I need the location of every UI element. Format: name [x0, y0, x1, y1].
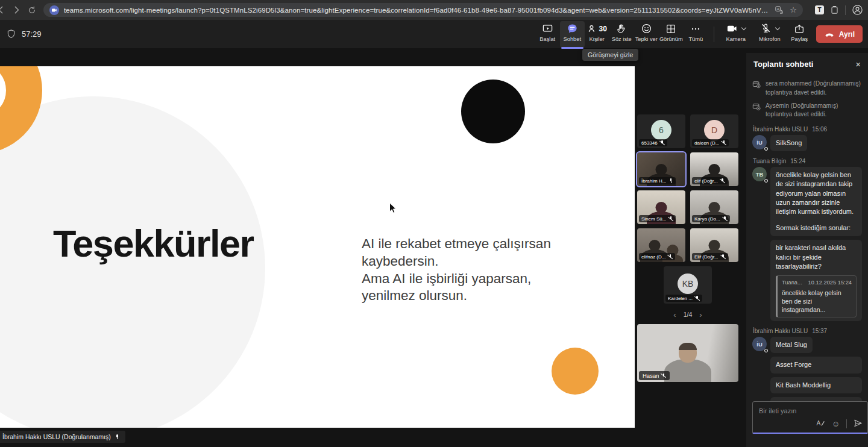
- participant-tile[interactable]: Sinem Sü...: [637, 190, 685, 224]
- chat-message: İU SilkSong: [752, 135, 862, 151]
- reload-icon[interactable]: [24, 5, 40, 15]
- chat-message: bir karakteri nasıl akılda kalıcı bir şe…: [770, 240, 862, 321]
- meeting-timer: 57:29: [0, 29, 42, 39]
- close-icon[interactable]: ×: [855, 60, 861, 69]
- presence-dot: [764, 179, 768, 183]
- mic-muted-icon: [661, 373, 666, 378]
- camera-button[interactable]: Kamera: [720, 21, 752, 48]
- calendar-add-icon: [752, 102, 761, 111]
- slide-black-circle: [461, 80, 525, 143]
- chat-button[interactable]: Sohbet: [560, 21, 585, 48]
- bookmark-star-icon[interactable]: ☆: [790, 5, 797, 14]
- slide-orange-circle: [552, 348, 599, 395]
- tooltip: Görüşmeyi gizle: [582, 49, 638, 61]
- send-icon[interactable]: [854, 419, 863, 429]
- toolbar-divider: [714, 27, 714, 42]
- raised-hand-icon: [616, 23, 627, 35]
- camera-options-chevron[interactable]: [741, 25, 746, 30]
- spotlight-tile[interactable]: Hasan: [637, 324, 738, 382]
- forward-icon[interactable]: [8, 5, 24, 15]
- mic-muted-icon: [668, 216, 673, 222]
- start-presenting-button[interactable]: Başlat: [535, 21, 560, 48]
- smiley-icon: [641, 23, 652, 35]
- input-divider: [846, 419, 847, 428]
- message-author-label: İbrahim Hakkı USLU15:06: [753, 126, 862, 133]
- chat-input-box[interactable]: A ☺: [752, 401, 868, 434]
- avatar: İU: [752, 337, 767, 351]
- chat-input[interactable]: [753, 402, 867, 414]
- translate-icon[interactable]: A: [775, 5, 784, 14]
- mic-button[interactable]: Mikrofon: [752, 21, 787, 48]
- pagination-prev-icon[interactable]: ‹: [673, 310, 676, 319]
- extension-t-icon[interactable]: T: [815, 5, 824, 14]
- pagination-next-icon[interactable]: ›: [699, 310, 702, 319]
- extension-clipboard-icon[interactable]: [830, 5, 839, 14]
- timer-text: 57:29: [22, 30, 42, 39]
- mic-muted-icon: [694, 296, 700, 301]
- url-text: teams.microsoft.com/light-meetings/launc…: [64, 7, 769, 14]
- participant-tile[interactable]: Elif (Doğr...: [690, 228, 738, 262]
- chat-message: TB öncelikle kolay gelsin ben de sizi in…: [752, 167, 862, 236]
- presenter-name-label: İbrahim Hakkı USLU (Doğrulanmamış): [0, 431, 125, 443]
- share-button[interactable]: Paylaş: [787, 21, 812, 48]
- mic-on-icon: [115, 434, 120, 440]
- avatar: İU: [752, 135, 767, 149]
- participant-tile[interactable]: elifnaz (D...: [637, 228, 685, 262]
- browser-toolbar: teams.microsoft.com/light-meetings/launc…: [0, 0, 868, 20]
- share-arrow-icon: [794, 23, 805, 35]
- mic-on-icon: [668, 178, 673, 184]
- video-silhouette: [664, 359, 711, 382]
- emoji-icon[interactable]: ☺: [832, 419, 840, 428]
- view-button[interactable]: Görünüm: [659, 21, 684, 48]
- people-icon: 30: [587, 23, 607, 35]
- system-event: sera mohammed (Doğrulanmamış) toplantıya…: [752, 80, 862, 98]
- teams-favicon-icon: [49, 5, 59, 15]
- message-author-label: Tuana Bilgin15:24: [753, 158, 862, 164]
- participant-tile[interactable]: elif (Doğr...: [690, 152, 738, 186]
- toolbar-divider: [845, 5, 846, 15]
- people-button[interactable]: 30 Kişiler: [585, 21, 609, 48]
- chat-message: Clip Studio Paint: [770, 397, 862, 401]
- mic-muted-icon: [720, 254, 726, 260]
- message-author-label: İbrahim Hakkı USLU15:37: [753, 328, 862, 334]
- address-bar[interactable]: teams.microsoft.com/light-meetings/launc…: [43, 3, 803, 17]
- format-icon[interactable]: A: [816, 419, 825, 429]
- mic-options-chevron[interactable]: [775, 25, 780, 30]
- chat-bubble-icon: [567, 23, 578, 35]
- hangup-icon: [824, 29, 835, 40]
- more-button[interactable]: Tümü: [684, 21, 708, 48]
- shield-icon: [6, 29, 16, 39]
- presence-dot: [764, 147, 768, 151]
- quoted-message: Tuana... 10.12.2025 15:24 öncelikle kola…: [776, 275, 857, 317]
- participant-tile[interactable]: Karya (Do...: [690, 190, 738, 224]
- meeting-toolbar: 57:29 Başlat Sohbet 30 Kişiler Söz iste …: [0, 20, 868, 48]
- meeting-chat-panel: Toplantı sohbeti × sera mohammed (Doğrul…: [746, 53, 868, 447]
- participant-tile[interactable]: KB Kardelen ...: [664, 266, 712, 304]
- react-button[interactable]: Tepki ver: [634, 21, 659, 48]
- tile-pagination: ‹ 1/4 ›: [637, 308, 738, 321]
- participant-tile[interactable]: D daleen (D...: [690, 114, 738, 148]
- raise-hand-button[interactable]: Söz iste: [609, 21, 634, 48]
- shared-presentation-slide: Teşekkürler AI ile rekabet etmeye çalışı…: [0, 66, 635, 428]
- mic-muted-icon: [760, 23, 772, 34]
- mouse-cursor: [389, 202, 397, 216]
- pagination-label: 1/4: [684, 311, 693, 318]
- leave-button[interactable]: Ayrıl: [816, 25, 863, 43]
- chat-message: İU Metal Slug: [752, 337, 862, 353]
- share-screen-icon: [542, 23, 553, 35]
- more-dots-icon: [690, 23, 701, 35]
- avatar: 6: [651, 120, 671, 140]
- camera-icon: [726, 23, 738, 34]
- svg-text:A: A: [777, 7, 779, 11]
- profile-icon[interactable]: [852, 4, 863, 16]
- grid-view-icon: [665, 23, 676, 35]
- mic-muted-icon: [667, 254, 673, 260]
- participant-tile[interactable]: 6 653346: [637, 114, 685, 148]
- mic-muted-icon: [659, 140, 665, 146]
- participant-count: 30: [599, 25, 607, 33]
- back-icon[interactable]: [0, 5, 8, 15]
- svg-text:A: A: [816, 420, 820, 427]
- mic-muted-icon: [720, 178, 725, 184]
- participant-tile[interactable]: İbrahim H...: [637, 152, 685, 186]
- meeting-stage: Teşekkürler AI ile rekabet etmeye çalışı…: [0, 48, 868, 447]
